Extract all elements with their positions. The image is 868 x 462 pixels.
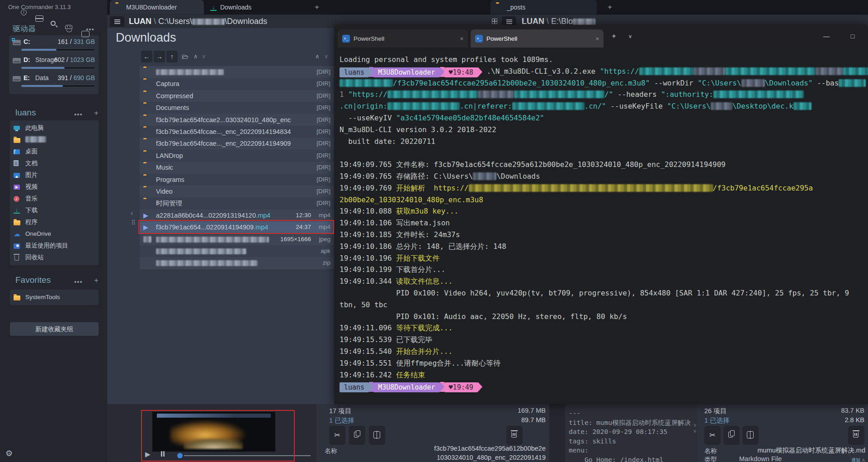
info-icon[interactable]: i (21, 10, 27, 15)
sort-asc-icon[interactable]: ∧ (315, 51, 320, 62)
menu-icon (114, 19, 120, 20)
favorites-add-button[interactable]: + (94, 276, 99, 285)
grid-view-icon[interactable] (492, 19, 497, 24)
file-type-value: Markdown File (739, 455, 782, 462)
terminal-tab-dropdown[interactable]: ∨ (623, 25, 637, 48)
favorites-menu-button[interactable]: ••• (74, 278, 83, 286)
file-row[interactable]: Programs[DIR] (140, 174, 334, 186)
terminal-new-tab-button[interactable]: + (607, 25, 621, 48)
file-row[interactable]: zip (140, 257, 334, 269)
seek-track[interactable] (184, 455, 311, 456)
pause-button[interactable] (161, 451, 165, 457)
file-row[interactable]: 1695×1666jpeg (140, 233, 334, 245)
user-menu-button[interactable]: ••• (74, 110, 83, 118)
new-tab-button[interactable]: + (311, 2, 322, 13)
expand-icon[interactable]: ∨ (202, 51, 206, 62)
drive-item[interactable]: C:161 / 331 GB (9, 36, 99, 54)
file-row[interactable]: 时间管理[DIR] (140, 197, 334, 209)
folder-up-icon[interactable]: 🗁 (182, 51, 189, 62)
compare-columns-button[interactable] (742, 426, 759, 445)
file-row[interactable]: f3cb79e1ac654fccae..._enc_20220914194909… (140, 138, 334, 149)
copy-button[interactable] (723, 426, 740, 445)
play-button[interactable]: ▶ (145, 450, 151, 458)
terminal-minimize-button[interactable]: — (816, 25, 837, 48)
terminal-text: --useKeyIV (340, 114, 396, 122)
search-icon[interactable] (51, 21, 56, 26)
drive-item[interactable]: E:Data391 / 690 GB (9, 72, 99, 90)
close-tab-icon[interactable]: × (460, 35, 463, 42)
sidebar-item-最近使用的项目[interactable]: 最近使用的项目 (10, 240, 99, 252)
assistant-robot-icon[interactable] (65, 25, 72, 29)
censored-text (839, 79, 866, 87)
file-row[interactable]: Captura[DIR] (140, 78, 334, 90)
sort-desc-icon[interactable]: ∨ (324, 51, 329, 62)
terminal-text: 19:49:10.106 写出meta.json (340, 219, 450, 227)
censored-text (473, 172, 496, 180)
drive-icon (13, 58, 21, 63)
favorite-item-SystemTools[interactable]: SystemTools (10, 291, 99, 303)
new-window-icon[interactable] (81, 31, 90, 37)
video-thumbnail[interactable] (152, 412, 275, 452)
file-row[interactable]: f3cb79e1ac654fccae2...030324010_480p_enc… (140, 114, 334, 126)
drive-item[interactable]: D:Storage602 / 1023 GB (9, 54, 99, 72)
delete-button[interactable] (848, 426, 864, 445)
file-row[interactable]: apk (140, 245, 334, 257)
path-menu-button[interactable] (110, 16, 124, 27)
file-row[interactable]: [DIR] (140, 66, 334, 78)
tab-downloads[interactable]: ↓ Downloads (205, 0, 307, 14)
terminal-maximize-button[interactable]: □ (842, 25, 863, 48)
sidebar-item-label: 此电脑 (25, 122, 44, 134)
sidebar-item-下载[interactable]: ↓下载 (10, 205, 99, 216)
notifications-badge[interactable]: 通知 ∧ (851, 457, 865, 462)
new-favorites-group-button[interactable]: 新建收藏夹组 (10, 322, 99, 336)
up-button[interactable]: ↑ (166, 51, 178, 62)
back-button[interactable]: ← (141, 51, 152, 62)
collapse-icon[interactable]: ∧ (193, 51, 198, 62)
sidebar-item-censored[interactable] (10, 134, 99, 146)
terminal-tab-2-active[interactable]: >_ PowerShell × (471, 29, 604, 48)
sidebar-item-音乐[interactable]: ♪音乐 (10, 193, 99, 205)
settings-gear-icon[interactable]: ⚙ (5, 448, 13, 458)
split-view-icon[interactable] (35, 15, 43, 22)
user-add-button[interactable]: + (94, 109, 99, 118)
terminal-title-bar[interactable]: >_ PowerShell × >_ PowerShell × + ∨ — □ (334, 25, 868, 48)
folder-heading: Downloads (116, 31, 176, 45)
copy-button[interactable] (349, 426, 365, 445)
file-row[interactable]: LANDrop[DIR] (140, 150, 334, 162)
sidebar-item-此电脑[interactable]: 此电脑 (10, 122, 99, 134)
file-row[interactable]: Video[DIR] (140, 186, 334, 197)
sidebar-item-回收站[interactable]: 回收站 (10, 252, 99, 263)
file-row[interactable]: Compressed[DIR] (140, 90, 334, 102)
close-tab-icon[interactable]: × (595, 35, 599, 42)
file-extra-column: 1695×1666 (280, 233, 311, 245)
tab-m3u8downloader[interactable]: M3U8Downloader (110, 0, 204, 14)
file-name: Video (156, 186, 173, 197)
download-icon: ↓ (210, 4, 217, 11)
compare-columns-button[interactable] (369, 426, 385, 445)
selected-size: 89.7 MB (521, 416, 546, 424)
forward-button[interactable]: → (154, 51, 165, 62)
breadcrumb[interactable]: LUAN \ C:\Users\\Downloads (129, 15, 267, 28)
drag-handle-icon[interactable] (132, 220, 135, 224)
file-row[interactable]: Documents[DIR] (140, 102, 334, 114)
terminal-output[interactable]: Loading personal and system profiles too… (334, 48, 868, 404)
terminal-tab-1[interactable]: >_ PowerShell × (338, 29, 468, 48)
file-row[interactable]: f3cb79e1ac654fccae..._enc_20220914194834… (140, 126, 334, 138)
sidebar-item-视频[interactable]: ▶视频 (10, 181, 99, 193)
file-row-selected[interactable]: ▶f3cb79e1ac654...0220914194909.mp424:37m… (140, 221, 334, 233)
yaml-line: --- (569, 409, 698, 418)
seek-handle[interactable] (177, 453, 183, 458)
delete-button[interactable] (506, 426, 523, 445)
sidebar-item-程序[interactable]: 程序 (10, 216, 99, 228)
file-row[interactable]: ▶a2281a86b0c44...0220913194120.mp412:30m… (140, 210, 334, 221)
sidebar-item-桌面[interactable]: 桌面 (10, 146, 99, 157)
new-tab-button-right[interactable]: + (604, 2, 615, 13)
file-row[interactable]: Music[DIR] (140, 162, 334, 173)
collapse-panel-arrow[interactable]: ‹ (131, 209, 133, 217)
tab-posts[interactable]: _posts (491, 0, 597, 14)
cut-button[interactable]: ✂ (329, 426, 345, 445)
sidebar-item-OneDrive[interactable]: ☁OneDrive (10, 228, 99, 240)
sidebar-item-文档[interactable]: 文档 (10, 157, 99, 169)
sidebar-item-图片[interactable]: 图片 (10, 169, 99, 181)
cut-button[interactable]: ✂ (704, 426, 721, 445)
